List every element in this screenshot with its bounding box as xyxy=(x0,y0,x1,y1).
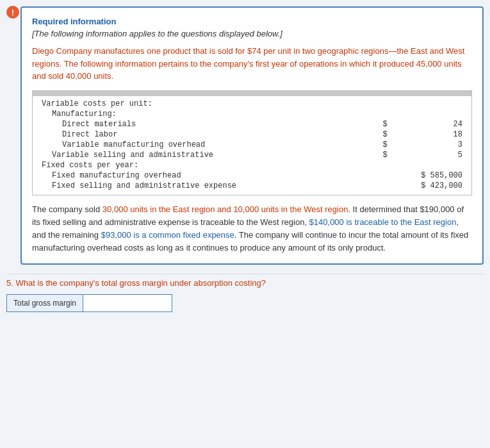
table-cell-dollar: $ xyxy=(339,119,389,129)
table-cell-dollar: $ xyxy=(339,140,389,150)
info-box-wrapper: ! Required information [The following in… xyxy=(20,6,484,265)
table-cell-empty xyxy=(339,109,465,119)
answer-row: Total gross margin xyxy=(6,294,484,312)
table-row: Fixed selling and administrative expense… xyxy=(39,181,465,191)
question-section: 5. What is the company's total gross mar… xyxy=(6,274,484,316)
table-cell-combined: $ 585,000 xyxy=(339,170,465,181)
table-cell-value: 24 xyxy=(390,119,465,129)
bottom-text: The company sold 30,000 units in the Eas… xyxy=(32,203,472,255)
info-box: Required information [The following info… xyxy=(20,6,484,265)
table-wrapper: Variable costs per unit:Manufacturing:Di… xyxy=(33,96,471,195)
answer-label: Total gross margin xyxy=(6,294,83,312)
table-cell-label: Direct labor xyxy=(39,129,339,140)
bottom-highlight2: $140,000 is traceable to the East region xyxy=(309,217,457,227)
table-row: Manufacturing: xyxy=(39,109,465,119)
table-cell-label: Fixed selling and administrative expense xyxy=(39,181,339,191)
table-cell-combined: $ 423,000 xyxy=(339,181,465,191)
table-cell-value: 5 xyxy=(390,150,465,160)
desc-dash: — xyxy=(388,46,396,56)
total-gross-margin-input[interactable] xyxy=(83,294,172,312)
description-text: Diego Company manufactures one product t… xyxy=(32,45,472,83)
table-row: Direct labor$18 xyxy=(39,129,465,140)
cost-table: Variable costs per unit:Manufacturing:Di… xyxy=(39,99,465,191)
table-row: Variable costs per unit: xyxy=(39,99,465,109)
table-cell-empty xyxy=(339,99,465,109)
required-info-title: Required information xyxy=(32,17,472,26)
table-cell-label: Variable selling and administrative xyxy=(39,150,339,160)
bottom-highlight1: 30,000 units in the East region and 10,0… xyxy=(102,204,348,214)
table-cell-label: Variable costs per unit: xyxy=(39,99,339,109)
table-row: Fixed costs per year: xyxy=(39,160,465,170)
table-row: Fixed manufacturing overhead$ 585,000 xyxy=(39,170,465,181)
bottom-highlight3: $93,000 is a common fixed expense xyxy=(101,230,234,240)
table-row: Variable manufacturing overhead$3 xyxy=(39,140,465,150)
question-text: 5. What is the company's total gross mar… xyxy=(6,278,484,288)
page-container: ! Required information [The following in… xyxy=(0,0,490,448)
italic-note: [The following information applies to th… xyxy=(32,29,472,38)
table-cell-value: 3 xyxy=(390,140,465,150)
table-cell-empty xyxy=(339,160,465,170)
exclamation-icon: ! xyxy=(6,6,19,19)
table-cell-dollar: $ xyxy=(339,129,389,140)
table-cell-label: Direct materials xyxy=(39,119,339,129)
table-row: Direct materials$24 xyxy=(39,119,465,129)
table-header-bar xyxy=(33,91,471,96)
desc-part1: Diego Company manufactures one product t… xyxy=(32,46,388,56)
data-table-container: Variable costs per unit:Manufacturing:Di… xyxy=(32,90,472,195)
table-cell-value: 18 xyxy=(390,129,465,140)
table-cell-label: Manufacturing: xyxy=(39,109,339,119)
table-cell-label: Fixed manufacturing overhead xyxy=(39,170,339,181)
table-row: Variable selling and administrative$5 xyxy=(39,150,465,160)
table-cell-label: Fixed costs per year: xyxy=(39,160,339,170)
table-cell-dollar: $ xyxy=(339,150,389,160)
bottom-part1: The company sold xyxy=(32,204,102,214)
table-cell-label: Variable manufacturing overhead xyxy=(39,140,339,150)
